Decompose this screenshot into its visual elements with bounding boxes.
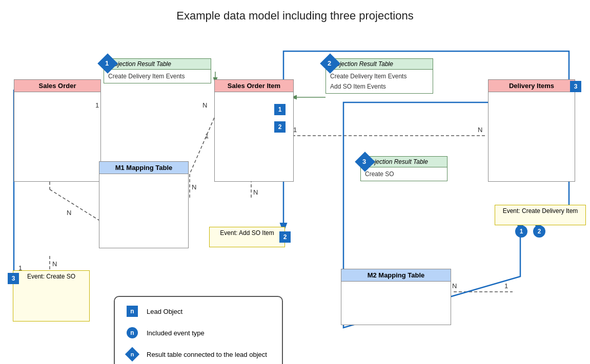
sales-order-body (14, 92, 100, 113)
event-create-delivery-box: Event: Create Delivery Item (495, 205, 586, 225)
svg-text:N: N (192, 183, 196, 191)
legend-result-label: Result table connected to the lead objec… (147, 351, 267, 358)
delivery-items-body (489, 92, 575, 113)
legend-row-included: n Included event type (124, 325, 273, 341)
sales-order-box: Sales Order (14, 79, 101, 182)
legend-diamond-wrap: n (124, 346, 140, 362)
svg-text:N: N (478, 126, 482, 134)
delivery-items-box: Delivery Items (488, 79, 575, 182)
legend-included-label: Included event type (147, 329, 205, 337)
delivery-items-header: Delivery Items (489, 80, 575, 92)
diagram-container: Example data model including three proje… (0, 0, 590, 364)
m1-mapping-header: M1 Mapping Table (99, 162, 188, 174)
rel-so-soi-n: N (202, 101, 207, 109)
m2-mapping-box: M2 Mapping Table (341, 269, 451, 325)
legend-square-icon: n (127, 306, 138, 317)
svg-text:1: 1 (293, 126, 297, 134)
proj2-body: Create Delivery Item Events Add SO Item … (326, 70, 433, 93)
svg-text:1: 1 (504, 282, 508, 290)
legend: n Lead Object n Included event type n Re… (114, 296, 283, 364)
legend-diamond-icon: n (125, 347, 139, 361)
legend-square-wrap: n (124, 303, 140, 319)
event-create-so-box: Event: Create SO (13, 270, 90, 322)
svg-text:N: N (452, 282, 457, 290)
svg-text:1: 1 (205, 132, 209, 140)
event-add-so-item-box: Event: Add SO Item (209, 227, 285, 247)
proj1-badge: 1 (100, 56, 115, 71)
legend-lead-label: Lead Object (147, 308, 182, 315)
rel-so-soi-1: 1 (95, 101, 99, 109)
legend-row-result: n Result table connected to the lead obj… (124, 346, 273, 362)
svg-line-1 (50, 189, 99, 220)
proj3-badge: 3 (358, 155, 372, 169)
m2-mapping-body (341, 282, 451, 302)
event-add-so-item-header: Event: Add SO Item (210, 227, 284, 239)
page-title: Example data model including three proje… (0, 0, 590, 23)
legend-row-lead: n Lead Object (124, 303, 273, 319)
sales-order-item-header: Sales Order Item (215, 80, 293, 92)
legend-circle-wrap: n (124, 325, 140, 341)
m2-mapping-header: M2 Mapping Table (341, 269, 451, 282)
proj1-body: Create Delivery Item Events (104, 70, 211, 83)
svg-line-4 (190, 118, 214, 174)
event-create-delivery-header: Event: Create Delivery Item (495, 205, 585, 217)
event-create-so-header: Event: Create SO (13, 271, 89, 282)
svg-text:N: N (52, 260, 57, 268)
sales-order-header: Sales Order (14, 80, 100, 92)
projection-2: Projection Result Table Create Delivery … (325, 58, 433, 94)
svg-text:N: N (67, 209, 71, 217)
projection-1: Projection Result Table Create Delivery … (104, 58, 211, 83)
svg-text:N: N (253, 188, 258, 196)
legend-circle-icon: n (127, 327, 138, 338)
m1-mapping-box: M1 Mapping Table (99, 161, 189, 248)
proj2-header: Projection Result Table (326, 59, 433, 70)
event-create-so-body (13, 282, 89, 303)
proj3-body: Create SO (361, 167, 447, 181)
proj1-header: Projection Result Table (104, 59, 211, 70)
m1-mapping-body (99, 174, 188, 195)
proj2-badge: 2 (323, 56, 337, 71)
